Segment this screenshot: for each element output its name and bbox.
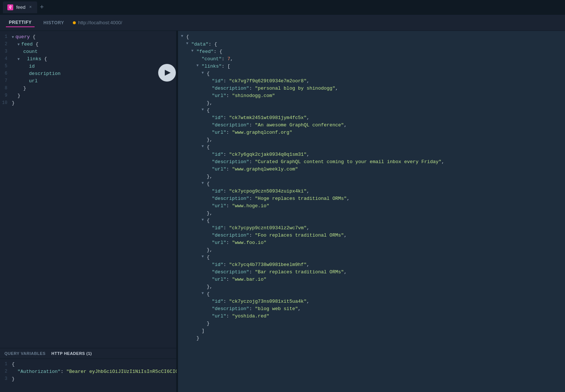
json-line: ▼{	[178, 254, 565, 262]
run-button[interactable]	[158, 64, 176, 82]
collapse-triangle[interactable]: ▼	[202, 71, 207, 75]
line-number: 7	[0, 78, 12, 83]
toolbar: PRETTIFY HISTORY http://localhost:4000/	[0, 15, 565, 31]
headers-line-1: 1 {	[0, 361, 176, 368]
json-line: },	[178, 247, 565, 254]
json-line: "url": "yoshida.red"	[178, 313, 565, 320]
line-content: ▼query {	[12, 34, 176, 40]
tab-close-button[interactable]: ×	[28, 5, 32, 10]
query-line-1: 1 ▼query {	[0, 34, 176, 41]
json-line: }	[178, 335, 565, 342]
json-line: },	[178, 100, 565, 107]
collapse-triangle[interactable]: ▼	[181, 34, 186, 38]
line-content: }	[12, 93, 176, 98]
query-line-7: 7 url	[0, 78, 176, 85]
query-editor[interactable]: 1 ▼query { 2 ▼feed { 3 count 4 ▼ links {…	[0, 31, 176, 348]
line-number: 3	[0, 49, 12, 54]
json-line: "id": "ck7yczojg73ns0981xit5ua4k",	[178, 298, 565, 306]
json-line: "description": "Bar replaces traditional…	[178, 269, 565, 276]
json-line: "id": "ck7ycpyp9cznt0934lz2wc7vm",	[178, 225, 565, 232]
collapse-triangle[interactable]: ▼	[202, 291, 207, 295]
json-line: "description": "An awesome GraphQL confe…	[178, 122, 565, 129]
query-variables-tab[interactable]: QUERY VARIABLES	[4, 351, 46, 356]
json-line: ▼"feed": {	[178, 48, 565, 56]
json-line: ]	[178, 328, 565, 335]
graphql-icon: Q	[7, 4, 13, 10]
tab-bar: Q feed × +	[0, 0, 565, 15]
url-text: http://localhost:4000/	[78, 20, 122, 25]
line-content: }	[12, 100, 176, 106]
prettify-button[interactable]: PRETTIFY	[6, 18, 35, 27]
line-content: }	[12, 376, 176, 382]
json-line: ▼{	[178, 181, 565, 188]
json-line: "id": "ck7y6gqk2cjak0934q0q1sm31",	[178, 151, 565, 159]
query-line-2: 2 ▼feed {	[0, 41, 176, 48]
json-line: "description": "blog web site",	[178, 306, 565, 313]
json-line: ▼"data": {	[178, 41, 565, 48]
new-tab-button[interactable]: +	[37, 3, 47, 11]
json-line: },	[178, 173, 565, 181]
query-line-3: 3 count	[0, 48, 176, 56]
no-triangle	[196, 56, 202, 60]
json-line: "url": "www.hoge.io"	[178, 203, 565, 210]
line-number: 2	[0, 42, 12, 47]
line-number: 5	[0, 64, 12, 69]
line-number: 10	[0, 100, 12, 105]
tab-label: feed	[16, 4, 25, 10]
main-layout: 1 ▼query { 2 ▼feed { 3 count 4 ▼ links {…	[0, 31, 565, 392]
headers-line-3: 3 }	[0, 376, 176, 383]
json-line: "id": "ck7ycpog9czn50934zuipx4ki",	[178, 188, 565, 195]
query-line-5: 5 id	[0, 63, 176, 71]
feed-tab[interactable]: Q feed ×	[3, 1, 37, 13]
query-line-4: 4 ▼ links {	[0, 56, 176, 63]
json-line: ▼{	[178, 107, 565, 115]
line-number: 8	[0, 86, 12, 91]
json-line: "description": "Curated GraphQL content …	[178, 159, 565, 166]
json-line: ▼{	[178, 34, 565, 41]
http-headers-tab[interactable]: HTTP HEADERS (1)	[51, 351, 92, 356]
collapse-triangle[interactable]: ▼	[202, 144, 207, 148]
url-status-dot	[73, 21, 76, 24]
json-line: "description": "personal blog by shinodo…	[178, 85, 565, 93]
json-line: ▼{	[178, 291, 565, 298]
json-line: "url": "www.bar.io"	[178, 276, 565, 284]
json-line: "id": "ck7ycq4b7738w0981beelm9hf",	[178, 262, 565, 269]
left-panel: 1 ▼query { 2 ▼feed { 3 count 4 ▼ links {…	[0, 31, 177, 392]
json-line: ▼{	[178, 144, 565, 151]
collapse-triangle[interactable]: ▼	[202, 255, 207, 259]
collapse-triangle[interactable]: ▼	[196, 64, 202, 68]
history-button[interactable]: HISTORY	[40, 19, 67, 27]
json-line: "url": "www.graphqlconf.org"	[178, 129, 565, 137]
line-number: 3	[0, 376, 12, 381]
json-line: "id": "ck7vg7f9q629t0934e7m2oor8",	[178, 78, 565, 85]
json-line: },	[178, 284, 565, 291]
json-line: ▼"links": [	[178, 63, 565, 71]
json-line: "count": 7,	[178, 56, 565, 63]
query-line-10: 10 }	[0, 100, 176, 107]
collapse-triangle[interactable]: ▼	[191, 49, 196, 53]
json-line: ▼{	[178, 71, 565, 78]
line-number: 1	[0, 362, 12, 367]
bottom-panel: QUERY VARIABLES HTTP HEADERS (1) 1 { 2 "…	[0, 348, 176, 392]
line-content: ▼ links {	[12, 56, 176, 62]
line-content: url	[12, 78, 176, 84]
json-line: "description": "Hoge replaces traditiona…	[178, 195, 565, 203]
json-line: },	[178, 137, 565, 144]
headers-line-2: 2 "Authorization": "Bearer eyJhbGciOiJIU…	[0, 368, 176, 376]
line-content: count	[12, 49, 176, 54]
line-number: 9	[0, 93, 12, 98]
query-line-6: 6 description	[0, 71, 176, 78]
line-content: {	[12, 362, 176, 367]
collapse-triangle[interactable]: ▼	[202, 218, 207, 222]
json-line: "url": "www.graphqlweekly.com"	[178, 166, 565, 173]
line-number: 4	[0, 56, 12, 61]
collapse-triangle[interactable]: ▼	[186, 42, 191, 46]
json-line: "id": "ck7wtmk2451wt0981jym4fc5x",	[178, 115, 565, 122]
line-content: id	[12, 64, 176, 69]
url-indicator: http://localhost:4000/	[73, 20, 122, 25]
response-panel: ▼{ ▼"data": { ▼"feed": { "count": 7, ▼"l…	[178, 31, 565, 392]
line-number: 1	[0, 34, 12, 39]
http-headers-editor[interactable]: 1 { 2 "Authorization": "Bearer eyJhbGciO…	[0, 359, 176, 385]
collapse-triangle[interactable]: ▼	[202, 108, 207, 112]
collapse-triangle[interactable]: ▼	[202, 181, 207, 185]
